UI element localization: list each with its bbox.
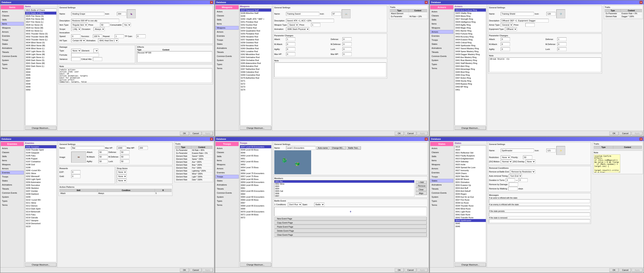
list-item[interactable]: 0253 Tristine Rod: [240, 26, 271, 29]
list-item[interactable]: 0436 Spellcaster Ring: [455, 44, 486, 47]
list-item[interactable]: 0196 Puppet: [25, 157, 56, 160]
list-item[interactable]: 0040 Dark Stone (S): [25, 59, 56, 62]
list-item[interactable]: 0041 Light Rune: [455, 210, 486, 213]
w-maxhp-input[interactable]: [286, 52, 295, 56]
a-def-input[interactable]: [557, 37, 566, 41]
enemy-image-preview[interactable]: 🦇: [71, 152, 86, 163]
weapons-apply-button[interactable]: Apply: [417, 132, 428, 135]
list-item[interactable]: 0049: [25, 85, 56, 88]
enemy-luck-input[interactable]: [120, 160, 130, 163]
list-item[interactable]: 0035 Wind Stone (M): [25, 44, 56, 47]
sidebar-item-types[interactable]: Types: [1, 63, 24, 66]
trait-row[interactable]: Element RateDark * 200%: [175, 178, 212, 181]
list-item[interactable]: 0021 Reflective Veil: [455, 151, 486, 154]
enemy-gold-input[interactable]: [71, 174, 80, 178]
sidebar-item-animations[interactable]: Animations: [1, 46, 24, 50]
a-sidebar-items[interactable]: Items: [430, 22, 453, 26]
list-item[interactable]: 0427 Strength Ring: [455, 18, 486, 21]
w-sidebar-animations[interactable]: Animations: [216, 46, 238, 50]
list-item[interactable]: 0263 Solchatine Rod: [240, 56, 271, 59]
list-item[interactable]: 0257 Septatine Rod: [240, 38, 271, 41]
list-item[interactable]: 0252 Ductine Rod: [240, 23, 271, 26]
items-cancel-button[interactable]: Cancel: [190, 132, 202, 135]
clear-event-page-button[interactable]: Clear Event Page: [274, 233, 427, 237]
enemies-apply-button[interactable]: Apply: [202, 268, 213, 272]
list-item[interactable]: 0450 BP Ring: [455, 85, 486, 88]
troops-ok-button[interactable]: OK: [395, 268, 404, 272]
e-sidebar-troops[interactable]: Troops: [1, 175, 24, 178]
e-sidebar-states[interactable]: States: [1, 179, 24, 183]
list-item[interactable]: 0445 Bind Ring: [455, 71, 486, 74]
list-item[interactable]: 0039 Thunder Rune: [455, 204, 486, 207]
armors-ok-button[interactable]: OK: [610, 132, 618, 135]
t-sidebar-terms[interactable]: Terms: [216, 203, 238, 207]
list-item[interactable]: 0031 Divination: [455, 181, 486, 184]
list-item[interactable]: 0031 Thunder Stone (S): [25, 32, 56, 35]
list-item[interactable]: 0049: [240, 151, 271, 154]
trait-row[interactable]: Element RateBow * 200%: [175, 164, 212, 166]
list-item[interactable]: 0054 Level 70 Boss: [240, 166, 271, 169]
e-sidebar-weapons[interactable]: Weapons: [1, 163, 24, 166]
e-sidebar-tilesets[interactable]: Tilesets: [1, 187, 24, 191]
s-sidebar-actors[interactable]: Actors: [430, 146, 453, 150]
enemies-cancel-button[interactable]: Cancel: [190, 268, 202, 272]
member-item[interactable]: 0003: [274, 185, 414, 187]
list-item[interactable]: 0026 Spread the Love: [455, 166, 486, 169]
note-textarea[interactable]: <whole action> action item: user wait: 1…: [60, 68, 212, 83]
w-matk-input[interactable]: [286, 42, 295, 46]
list-item[interactable]: 0042 Dark Rune: [455, 213, 486, 216]
list-item[interactable]: 0025 Fire Stone (S): [25, 15, 56, 18]
list-item[interactable]: 0267 Nethertine Rod: [240, 68, 271, 71]
item-consumable-select[interactable]: Yes: [123, 23, 131, 27]
enemy-maxmp-input[interactable]: [139, 146, 148, 150]
list-item[interactable]: 0429 Agility Ring: [455, 23, 486, 26]
item-icon-preview[interactable]: 🍇: [127, 10, 136, 18]
list-item[interactable]: 0046: [455, 225, 486, 228]
list-item[interactable]: 0209: [25, 195, 56, 198]
s-sidebar-terms[interactable]: Terms: [430, 203, 453, 207]
weapon-note-textarea[interactable]: [274, 63, 386, 77]
trait-row[interactable]: Element RateLightning * 200%: [175, 169, 212, 172]
s-sidebar-states[interactable]: States: [430, 179, 453, 183]
state-battle-end-select[interactable]: Remove by Restriction: [510, 170, 535, 173]
troops-list-box[interactable]: 0047 Level 00 Encounters 0048 Level 60 B…: [240, 145, 271, 262]
list-item[interactable]: 0044 Spellmaster: [455, 219, 486, 222]
troops-cancel-button[interactable]: Cancel: [405, 268, 416, 272]
trait-row[interactable]: Element RateSword * 200%: [175, 155, 212, 158]
list-item[interactable]: 0026 Fire Stone (M): [25, 18, 56, 21]
state-priority-input[interactable]: [523, 155, 532, 159]
a-sidebar-tilesets[interactable]: Tilesets: [430, 50, 453, 54]
list-item[interactable]: 0037 Fire Rune: [455, 198, 486, 201]
list-item[interactable]: 0264 Orchatine Rod: [240, 59, 271, 62]
items-change-max-button[interactable]: Change Maximum...: [25, 126, 56, 130]
w-sidebar-actors[interactable]: Actors: [216, 10, 238, 14]
sidebar-item-skills[interactable]: Skills: [1, 18, 24, 22]
s-sidebar-weapons[interactable]: Weapons: [430, 163, 453, 166]
a-sidebar-types[interactable]: Types: [430, 63, 453, 66]
list-item[interactable]: 0063 Level 85 Encounters: [240, 190, 271, 192]
w-mdef-input[interactable]: [342, 42, 352, 46]
s-sidebar-system[interactable]: System: [430, 195, 453, 199]
sidebar-item-enemies[interactable]: Enemies: [1, 34, 24, 38]
list-item[interactable]: 0040 Wind Rune: [455, 207, 486, 210]
e-sidebar-types[interactable]: Types: [1, 199, 24, 203]
weapon-name-input[interactable]: [286, 12, 319, 16]
items-apply-button[interactable]: Apply: [202, 132, 213, 135]
trait-row[interactable]: Element RateAxe * 200%: [175, 161, 212, 164]
battle-test-button[interactable]: Battle Test...: [346, 146, 361, 150]
enemy-def-input[interactable]: [120, 150, 130, 154]
weapon-icon-input[interactable]: [332, 12, 341, 16]
armor-name-input[interactable]: [501, 12, 534, 16]
list-item[interactable]: 0438 Spear Mastery Ring: [455, 50, 486, 53]
state-remove-dmg-input[interactable]: [509, 183, 518, 186]
trait-row[interactable]: Ex-ParameterHit Rate + 95%: [175, 149, 212, 152]
e-sidebar-skills[interactable]: Skills: [1, 155, 24, 158]
list-item[interactable]: 0260 Obsidtine Rod: [240, 47, 271, 50]
s-sidebar-classes[interactable]: Classes: [430, 150, 453, 154]
item-desc-input[interactable]: [71, 19, 119, 23]
e-sidebar-items[interactable]: Items: [1, 159, 24, 162]
new-event-page-button[interactable]: New Event Page: [274, 217, 427, 220]
s-sidebar-tilesets[interactable]: Tilesets: [430, 187, 453, 191]
trait-row[interactable]: Element RateDagger * 100%: [605, 15, 642, 18]
list-item[interactable]: 0274: [240, 88, 271, 91]
